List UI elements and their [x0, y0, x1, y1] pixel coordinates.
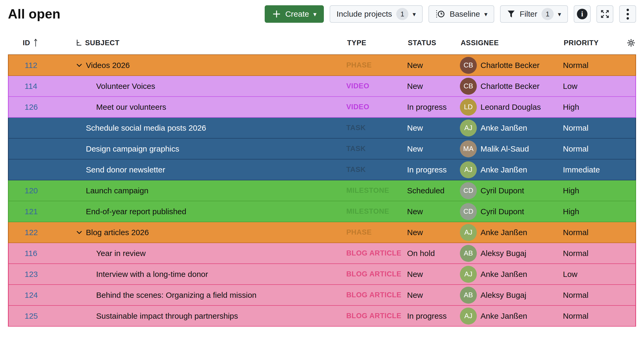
wp-subject[interactable]: Interview with a long-time donor — [96, 270, 208, 279]
baseline-label: Baseline — [450, 10, 480, 19]
wp-subject-cell: Videos 2026 — [75, 55, 344, 75]
chevron-down-icon: ▾ — [484, 11, 487, 17]
wp-status: New — [405, 228, 458, 237]
wp-subject-cell: Design campaign graphics — [75, 139, 344, 159]
wp-assignee-name: Charlotte Becker — [480, 61, 539, 70]
column-header-id[interactable]: ID — [8, 38, 74, 48]
fullscreen-button[interactable] — [596, 5, 613, 23]
wp-assignee-name: Aleksy Bugaj — [480, 249, 526, 258]
column-header-subject[interactable]: SUBJECT — [74, 39, 343, 47]
wp-assignee-cell: AJAnke Janßen — [458, 224, 561, 241]
work-package-row[interactable]: 123Interview with a long-time donorBLOG … — [8, 264, 636, 285]
wp-id-cell: 124 — [9, 291, 75, 300]
toolbar: Create ▾ Include projects 1 ▾ Baseline ▾ — [265, 5, 636, 23]
table-settings-button[interactable] — [626, 39, 636, 47]
wp-assignee-cell: CBCharlotte Becker — [458, 57, 561, 74]
wp-assignee-cell: CDCyril Dupont — [458, 203, 561, 220]
info-button[interactable]: i — [574, 5, 591, 23]
wp-assignee-name: Malik Al-Saud — [480, 144, 529, 153]
wp-assignee-cell: ABAleksy Bugaj — [458, 287, 561, 304]
wp-subject[interactable]: Videos 2026 — [86, 61, 130, 70]
wp-id-link[interactable]: 116 — [25, 249, 37, 258]
column-header-status[interactable]: STATUS — [404, 39, 457, 47]
wp-subject[interactable]: Blog articles 2026 — [86, 228, 149, 237]
baseline-button[interactable]: Baseline ▾ — [428, 5, 494, 23]
column-header-type[interactable]: TYPE — [343, 39, 404, 47]
wp-id-cell: 122 — [9, 228, 75, 237]
wp-priority: Normal — [561, 249, 627, 258]
work-package-row[interactable]: 125Sustainable impact through partnershi… — [8, 306, 636, 327]
wp-id-link[interactable]: 114 — [25, 82, 37, 90]
wp-id-link[interactable]: 125 — [25, 312, 38, 320]
wp-subject[interactable]: Behind the scenes: Organizing a field mi… — [96, 291, 256, 300]
wp-subject[interactable]: End-of-year report published — [86, 207, 186, 216]
wp-status: In progress — [405, 165, 458, 174]
wp-priority: Normal — [561, 291, 627, 300]
work-package-row[interactable]: 124Behind the scenes: Organizing a field… — [8, 285, 636, 306]
wp-subject-cell: Meet our volunteers — [75, 97, 344, 117]
column-header-assignee[interactable]: ASSIGNEE — [457, 39, 560, 47]
wp-type: TASK — [344, 166, 405, 174]
wp-id-link[interactable]: 126 — [25, 103, 38, 111]
work-package-row[interactable]: Send donor newsletterTASKIn progressAJAn… — [8, 159, 636, 180]
page-title: All open — [8, 6, 60, 22]
wp-priority: High — [561, 207, 627, 216]
wp-type: PHASE — [344, 228, 405, 236]
wp-priority: High — [561, 186, 627, 195]
collapse-chevron-icon[interactable] — [75, 61, 83, 69]
wp-subject[interactable]: Meet our volunteers — [96, 103, 166, 112]
wp-assignee-cell: MAMalik Al-Saud — [458, 140, 561, 157]
wp-subject-cell: Blog articles 2026 — [75, 222, 344, 243]
wp-subject[interactable]: Design campaign graphics — [86, 144, 179, 153]
wp-assignee-cell: AJAnke Janßen — [458, 120, 561, 136]
work-package-row[interactable]: 116Year in reviewBLOG ARTICLEOn holdABAl… — [8, 243, 636, 264]
collapse-chevron-icon[interactable] — [75, 229, 83, 236]
wp-id-cell: 121 — [9, 207, 75, 216]
column-header-subject-label: SUBJECT — [85, 39, 119, 47]
wp-status: Scheduled — [405, 186, 458, 195]
wp-id-link[interactable]: 112 — [25, 61, 37, 70]
avatar: AJ — [460, 120, 477, 136]
wp-subject[interactable]: Schedule social media posts 2026 — [86, 124, 206, 133]
wp-assignee-cell: AJAnke Janßen — [458, 308, 561, 325]
work-package-row[interactable]: 122Blog articles 2026PHASENewAJAnke Janß… — [8, 222, 636, 243]
work-package-row[interactable]: Design campaign graphicsTASKNewMAMalik A… — [8, 139, 636, 159]
wp-id-link[interactable]: 123 — [25, 270, 38, 278]
avatar: AB — [460, 245, 477, 262]
create-button[interactable]: Create ▾ — [265, 5, 324, 23]
wp-id-link[interactable]: 120 — [25, 186, 38, 195]
wp-id-cell: 112 — [9, 61, 75, 70]
wp-assignee-cell: AJAnke Janßen — [458, 266, 561, 283]
wp-subject[interactable]: Send donor newsletter — [86, 165, 165, 174]
column-header-priority[interactable]: PRIORITY — [560, 39, 626, 47]
filter-label: Filter — [520, 10, 537, 19]
work-package-row[interactable]: 112Videos 2026PHASENewCBCharlotte Becker… — [8, 54, 636, 76]
wp-subject[interactable]: Launch campaign — [86, 186, 148, 195]
include-projects-button[interactable]: Include projects 1 ▾ — [330, 5, 423, 23]
wp-type: MILESTONE — [344, 186, 405, 195]
work-package-row[interactable]: 114Volunteer VoicesVIDEONewCBCharlotte B… — [8, 76, 636, 97]
avatar: CD — [460, 182, 477, 199]
wp-status: New — [405, 82, 458, 91]
wp-priority: Normal — [561, 228, 627, 237]
wp-subject[interactable]: Year in review — [96, 249, 146, 258]
more-options-button[interactable] — [619, 5, 636, 23]
wp-subject[interactable]: Volunteer Voices — [96, 82, 155, 91]
filter-button[interactable]: Filter 1 ▾ — [500, 5, 568, 23]
wp-id-link[interactable]: 124 — [25, 291, 38, 299]
work-package-row[interactable]: Schedule social media posts 2026TASKNewA… — [8, 118, 636, 139]
wp-id-link[interactable]: 122 — [25, 228, 38, 237]
work-package-row[interactable]: 120Launch campaignMILESTONEScheduledCDCy… — [8, 180, 636, 201]
topbar: All open Create ▾ Include projects 1 ▾ — [0, 0, 644, 23]
wp-subject-cell: Year in review — [75, 243, 344, 263]
gear-icon — [627, 39, 635, 47]
wp-assignee-name: Anke Janßen — [480, 312, 527, 321]
wp-id-link[interactable]: 121 — [25, 207, 38, 216]
wp-subject[interactable]: Sustainable impact through partnerships — [96, 312, 238, 321]
wp-type: VIDEO — [344, 82, 405, 90]
work-package-row[interactable]: 121End-of-year report publishedMILESTONE… — [8, 201, 636, 222]
work-package-row[interactable]: 126Meet our volunteersVIDEOIn progressLD… — [8, 97, 636, 118]
work-package-table: 112Videos 2026PHASENewCBCharlotte Becker… — [8, 54, 636, 327]
avatar: AJ — [460, 161, 477, 178]
baseline-clock-icon — [435, 9, 445, 19]
